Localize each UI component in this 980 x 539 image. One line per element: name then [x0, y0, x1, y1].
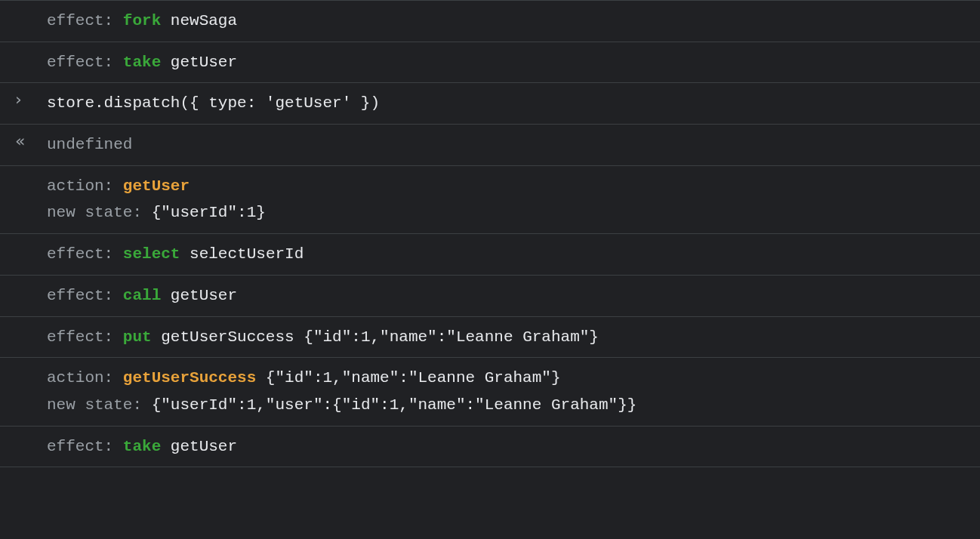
console-input-row[interactable]: store.dispatch({ type: 'getUser' }) [0, 83, 980, 125]
log-row: effect: put getUserSuccess {"id":1,"name… [0, 317, 980, 359]
effect-verb: select [123, 245, 180, 263]
effect-verb: put [123, 328, 152, 346]
log-content: effect: take getUser [47, 433, 980, 460]
code-text: store.dispatch({ type: 'getUser' }) [47, 94, 380, 112]
effect-verb: fork [123, 12, 161, 29]
log-content: action: getUserSuccess {"id":1,"name":"L… [47, 365, 980, 418]
label-effect: effect: [47, 438, 113, 455]
log-content: action: getUser new state: {"userId":1} [47, 173, 980, 226]
label-effect: effect: [47, 12, 113, 29]
label-effect: effect: [47, 287, 113, 304]
log-row: effect: select selectUserId [0, 234, 980, 276]
action-name: getUser [123, 177, 190, 195]
label-newstate: new state: [47, 396, 142, 414]
effect-arg: newSaga [171, 12, 237, 29]
gutter [0, 131, 47, 149]
log-row: effect: take getUser [0, 427, 980, 468]
input-chevron-icon [15, 90, 22, 108]
log-row: effect: take getUser [0, 42, 980, 84]
log-row: action: getUser new state: {"userId":1} [0, 166, 980, 234]
effect-verb: take [123, 438, 161, 455]
label-effect: effect: [47, 54, 113, 71]
undefined-text: undefined [47, 136, 132, 153]
log-content: effect: select selectUserId [47, 241, 980, 268]
label-effect: effect: [47, 245, 113, 263]
effect-verb: take [123, 54, 161, 71]
console-output-row: undefined [0, 125, 980, 166]
output-value: undefined [47, 131, 980, 159]
log-content: effect: call getUser [47, 282, 980, 310]
label-effect: effect: [47, 328, 113, 346]
label-newstate: new state: [47, 204, 142, 221]
effect-arg: getUser [171, 287, 237, 304]
action-name: getUserSuccess [123, 369, 256, 387]
gutter [0, 90, 47, 108]
log-content: effect: put getUserSuccess {"id":1,"name… [47, 324, 980, 351]
console-output: effect: fork newSaga effect: take getUse… [0, 0, 980, 467]
log-content: effect: take getUser [47, 49, 980, 76]
log-row: effect: fork newSaga [0, 0, 980, 42]
state-json: {"userId":1} [152, 204, 266, 221]
effect-verb: call [123, 287, 161, 304]
effect-arg: selectUserId [190, 245, 304, 263]
label-action: action: [47, 177, 113, 195]
effect-arg: getUser [171, 438, 237, 455]
effect-arg: getUserSuccess {"id":1,"name":"Leanne Gr… [161, 328, 599, 346]
effect-arg: getUser [171, 54, 237, 71]
action-payload: {"id":1,"name":"Leanne Graham"} [256, 369, 560, 387]
log-row: effect: call getUser [0, 276, 980, 317]
output-chevron-icon [15, 131, 25, 149]
label-action: action: [47, 369, 113, 387]
state-json: {"userId":1,"user":{"id":1,"name":"Leann… [152, 396, 637, 414]
log-row: action: getUserSuccess {"id":1,"name":"L… [0, 358, 980, 426]
input-code[interactable]: store.dispatch({ type: 'getUser' }) [47, 90, 980, 117]
log-content: effect: fork newSaga [47, 8, 980, 35]
